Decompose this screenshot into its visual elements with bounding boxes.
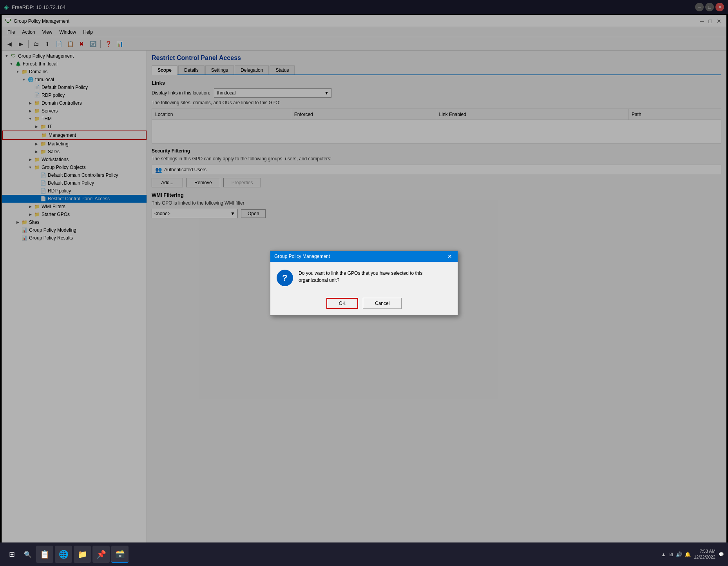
taskbar-clock[interactable]: 7:53 AM 12/22/2022 <box>694 548 715 561</box>
taskbar-system-icons: ▲ 🖥 🔊 🔔 <box>661 551 691 557</box>
dialog-title: Group Policy Management <box>274 254 330 259</box>
notification-center-icon[interactable]: 💬 <box>719 552 724 557</box>
clock-time: 7:53 AM <box>694 548 715 554</box>
dialog-box: Group Policy Management ✕ ? Do you want … <box>270 250 458 316</box>
alert-icon: 🔔 <box>685 551 691 557</box>
taskbar-right: ▲ 🖥 🔊 🔔 7:53 AM 12/22/2022 💬 <box>661 548 724 561</box>
dialog-ok-btn[interactable]: OK <box>326 298 358 309</box>
dialog-close-btn[interactable]: ✕ <box>446 253 454 259</box>
taskbar-app-gpm[interactable]: 🗃️ <box>111 546 129 563</box>
taskbar: ⊞ 🔍 📋 🌐 📁 📌 🗃️ ▲ 🖥 🔊 🔔 7:53 AM 12/22/202… <box>0 542 728 566</box>
taskbar-app-ie[interactable]: 🌐 <box>55 546 72 563</box>
taskbar-search-btn[interactable]: 🔍 <box>22 548 34 560</box>
system-tray-expand-icon[interactable]: ▲ <box>661 551 666 557</box>
start-button[interactable]: ⊞ <box>4 546 20 562</box>
clock-date: 12/22/2022 <box>694 554 715 560</box>
dialog-body: ? Do you want to link the GPOs that you … <box>270 262 458 294</box>
dialog-message-line1: Do you want to link the GPOs that you ha… <box>299 270 422 276</box>
taskbar-app-cortana[interactable]: 📋 <box>36 546 53 563</box>
dialog-message-line2: organizational unit? <box>299 278 339 283</box>
dialog-titlebar: Group Policy Management ✕ <box>270 251 458 262</box>
taskbar-app-explorer[interactable]: 📁 <box>74 546 91 563</box>
dialog-cancel-btn[interactable]: Cancel <box>363 298 402 309</box>
taskbar-left: ⊞ 🔍 📋 🌐 📁 📌 🗃️ <box>4 546 129 563</box>
taskbar-apps: 📋 🌐 📁 📌 🗃️ <box>36 546 129 563</box>
taskbar-app-unknown[interactable]: 📌 <box>92 546 110 563</box>
volume-icon[interactable]: 🔊 <box>676 551 682 557</box>
dialog-overlay: Group Policy Management ✕ ? Do you want … <box>0 0 728 566</box>
dialog-question-icon: ? <box>277 270 293 286</box>
dialog-message: Do you want to link the GPOs that you ha… <box>299 270 451 284</box>
dialog-buttons: OK Cancel <box>270 294 458 315</box>
network-icon: 🖥 <box>668 551 674 557</box>
